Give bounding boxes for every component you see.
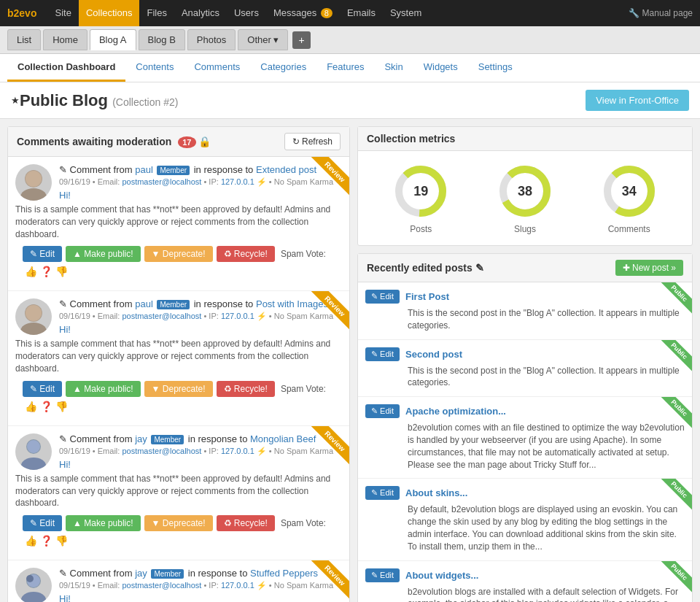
question-icon[interactable]: ❓ bbox=[40, 535, 52, 547]
nav-messages[interactable]: Messages 8 bbox=[266, 0, 340, 26]
comment-author-link[interactable]: paul bbox=[135, 298, 153, 309]
comment-post-link[interactable]: Mongolian Beef bbox=[250, 433, 316, 444]
deprecate-button[interactable]: ▼ Deprecate! bbox=[144, 246, 213, 262]
comment-post-link[interactable]: Post with Images bbox=[256, 298, 328, 309]
ip-link[interactable]: 127.0.0.1 bbox=[221, 447, 254, 455]
comment-author-link[interactable]: paul bbox=[135, 164, 153, 175]
new-post-button[interactable]: ✚ New post » bbox=[615, 260, 683, 276]
avatar bbox=[15, 164, 52, 201]
deprecate-button[interactable]: ▼ Deprecate! bbox=[144, 381, 213, 397]
edit-button[interactable]: ✎ Edit bbox=[23, 515, 62, 531]
add-collection-button[interactable]: + bbox=[292, 31, 310, 49]
comment-title: ✎ Comment from paul Member in response t… bbox=[59, 298, 342, 309]
comment-meta: 09/16/19 • Email: postmaster@localhost •… bbox=[59, 312, 342, 321]
nav-collections[interactable]: Collections bbox=[79, 0, 140, 26]
subnav-tab-list[interactable]: List bbox=[7, 29, 41, 50]
ctab-widgets[interactable]: Widgets bbox=[413, 54, 468, 82]
nav-files[interactable]: Files bbox=[139, 0, 174, 26]
thumb-up-icon[interactable]: 👍 bbox=[25, 401, 37, 412]
comment-post-link[interactable]: Extended post bbox=[256, 164, 316, 175]
comments-header: Comments awaiting moderation 17 🔒 ↻ Refr… bbox=[8, 127, 349, 157]
edit-post-button[interactable]: ✎ Edit bbox=[365, 404, 400, 418]
edit-post-button[interactable]: ✎ Edit bbox=[365, 290, 400, 304]
comment-post-link[interactable]: Stuffed Peppers bbox=[250, 568, 318, 579]
edit-button[interactable]: ✎ Edit bbox=[23, 246, 62, 262]
make-public-button[interactable]: ▲ Make public! bbox=[66, 246, 141, 262]
nav-emails[interactable]: Emails bbox=[340, 0, 383, 26]
page-header: ★ Public Blog (Collection #2) View in Fr… bbox=[0, 82, 700, 119]
edit-button[interactable]: ✎ Edit bbox=[23, 381, 62, 397]
comment-body: ✎ Comment from jay Member in response to… bbox=[59, 568, 342, 602]
nav-system[interactable]: System bbox=[383, 0, 429, 26]
main-layout: Comments awaiting moderation 17 🔒 ↻ Refr… bbox=[0, 119, 700, 602]
refresh-button[interactable]: ↻ Refresh bbox=[284, 133, 341, 150]
ip-link[interactable]: 127.0.0.1 bbox=[221, 581, 254, 590]
ip-link[interactable]: 127.0.0.1 bbox=[221, 312, 254, 320]
svg-point-2 bbox=[26, 171, 42, 187]
ctab-contents[interactable]: Contents bbox=[125, 54, 184, 82]
subnav-tab-bloga[interactable]: Blog A bbox=[90, 29, 136, 50]
nav-users[interactable]: Users bbox=[227, 0, 266, 26]
ctab-dashboard[interactable]: Collection Dashboard bbox=[7, 54, 125, 82]
edit-post-button[interactable]: ✎ Edit bbox=[365, 486, 400, 500]
thumb-down-icon[interactable]: 👎 bbox=[55, 266, 68, 277]
comment-actions: ✎ Edit ▲ Make public! ▼ Deprecate! ♻ Rec… bbox=[15, 509, 342, 552]
ctab-categories[interactable]: Categories bbox=[250, 54, 316, 82]
email-link[interactable]: postmaster@localhost bbox=[122, 581, 201, 590]
question-icon[interactable]: ❓ bbox=[40, 401, 52, 412]
post-title-link[interactable]: About widgets... bbox=[405, 570, 478, 581]
view-front-office-button[interactable]: View in Front-Office bbox=[586, 90, 689, 111]
ctab-skin[interactable]: Skin bbox=[374, 54, 413, 82]
post-title-link[interactable]: Apache optimization... bbox=[405, 406, 506, 417]
thumb-down-icon[interactable]: 👎 bbox=[55, 401, 68, 412]
comment-title: ✎ Comment from paul Member in response t… bbox=[59, 164, 342, 175]
post-title-link[interactable]: Second post bbox=[405, 349, 462, 360]
comment-description: This is a sample comment that has **not*… bbox=[15, 473, 342, 509]
svg-point-1 bbox=[20, 188, 47, 201]
thumb-up-icon[interactable]: 👍 bbox=[25, 535, 37, 547]
comment-author-link[interactable]: jay bbox=[135, 568, 147, 579]
posts-section: Recently edited posts ✎ ✚ New post » Pub… bbox=[357, 253, 693, 602]
post-title-link[interactable]: First Post bbox=[405, 291, 449, 302]
make-public-button[interactable]: ▲ Make public! bbox=[66, 381, 141, 397]
question-icon[interactable]: ❓ bbox=[40, 266, 52, 277]
edit-post-button[interactable]: ✎ Edit bbox=[365, 568, 400, 582]
metric-slugs: 38 Slugs bbox=[496, 162, 554, 234]
posts-header: Recently edited posts ✎ ✚ New post » bbox=[358, 254, 692, 282]
post-item: Public ✎ Edit Second post This is the se… bbox=[358, 340, 692, 398]
svg-point-7 bbox=[21, 458, 46, 470]
post-description: b2evolution comes with an file destined … bbox=[365, 422, 685, 471]
comment-meta: 09/16/19 • Email: postmaster@localhost •… bbox=[59, 447, 342, 456]
post-title-link[interactable]: About skins... bbox=[405, 487, 467, 498]
nav-site[interactable]: Site bbox=[47, 0, 78, 26]
email-link[interactable]: postmaster@localhost bbox=[122, 447, 201, 455]
manual-link[interactable]: 🔧 Manual page bbox=[629, 8, 693, 18]
ctab-settings[interactable]: Settings bbox=[468, 54, 523, 82]
post-item: Public ✎ Edit About skins... By default,… bbox=[358, 479, 692, 560]
metric-comments-label: Comments bbox=[600, 224, 658, 234]
recycle-button[interactable]: ♻ Recycle! bbox=[217, 381, 275, 397]
thumb-down-icon[interactable]: 👎 bbox=[55, 535, 68, 547]
thumb-up-icon[interactable]: 👍 bbox=[25, 266, 37, 277]
recycle-button[interactable]: ♻ Recycle! bbox=[217, 246, 275, 262]
post-description: This is the second post in the "Blog A" … bbox=[365, 307, 685, 332]
subnav-tab-other[interactable]: Other ▾ bbox=[238, 29, 288, 50]
right-panel: Collection metrics 19 Posts bbox=[357, 126, 693, 602]
comment-body: ✎ Comment from jay Member in response to… bbox=[59, 433, 342, 473]
subnav-tab-photos[interactable]: Photos bbox=[187, 29, 236, 50]
nav-analytics[interactable]: Analytics bbox=[174, 0, 227, 26]
deprecate-button[interactable]: ▼ Deprecate! bbox=[144, 515, 213, 531]
donut-comments: 34 bbox=[600, 162, 658, 220]
subnav-tab-blogb[interactable]: Blog B bbox=[139, 29, 185, 50]
edit-post-button[interactable]: ✎ Edit bbox=[365, 347, 400, 361]
ip-link[interactable]: 127.0.0.1 bbox=[221, 177, 254, 186]
make-public-button[interactable]: ▲ Make public! bbox=[66, 515, 141, 531]
recycle-button[interactable]: ♻ Recycle! bbox=[217, 515, 275, 531]
email-link[interactable]: postmaster@localhost bbox=[122, 177, 201, 186]
ctab-features[interactable]: Features bbox=[316, 54, 374, 82]
ctab-comments[interactable]: Comments bbox=[184, 54, 250, 82]
post-description: By default, b2evolution blogs are displa… bbox=[365, 503, 685, 552]
email-link[interactable]: postmaster@localhost bbox=[122, 312, 201, 320]
subnav-tab-home[interactable]: Home bbox=[43, 29, 88, 50]
comment-author-link[interactable]: jay bbox=[135, 433, 147, 444]
